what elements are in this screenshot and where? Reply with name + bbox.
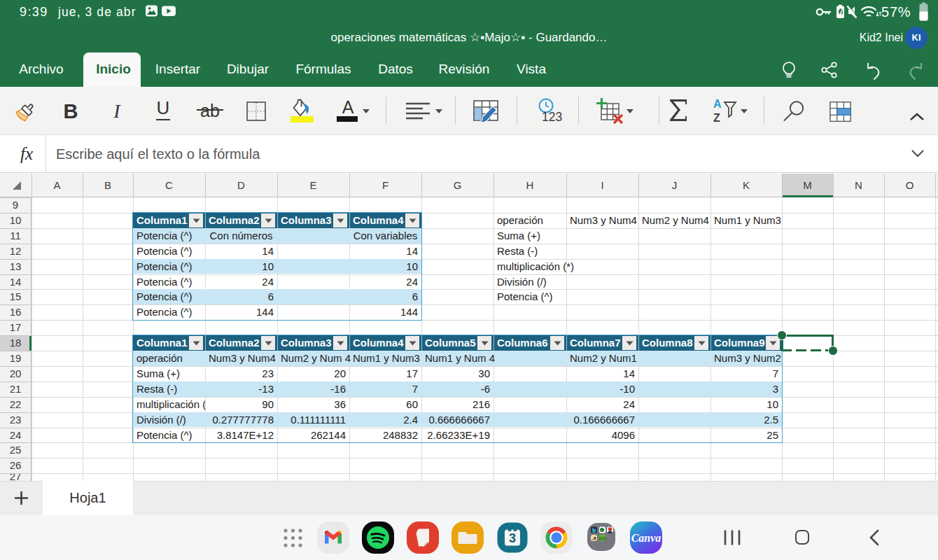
svg-text:Z: Z xyxy=(713,112,720,124)
svg-text:GO: GO xyxy=(598,536,606,541)
svg-text:A: A xyxy=(713,98,722,110)
svg-text:3: 3 xyxy=(509,531,516,545)
svg-text:123: 123 xyxy=(542,110,562,124)
svg-text:Canva: Canva xyxy=(631,532,662,544)
